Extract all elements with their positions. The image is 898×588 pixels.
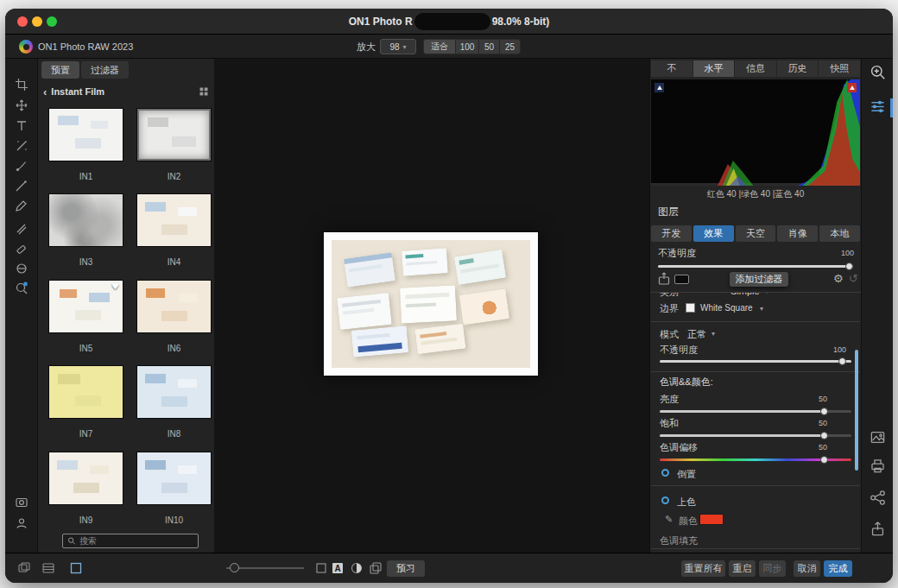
colorize-toggle[interactable] — [661, 496, 669, 504]
masking-brush-tool-icon[interactable] — [15, 179, 28, 193]
search-input[interactable] — [79, 536, 193, 546]
zoom-25-button[interactable]: 25 — [499, 40, 520, 54]
soft-proof-icon[interactable]: A — [331, 561, 345, 575]
layer-mask-thumbnail[interactable] — [674, 275, 689, 284]
tab-local[interactable]: 本地 — [819, 225, 860, 242]
photo-info-icon[interactable] — [870, 429, 886, 446]
tab-filters[interactable]: 过滤器 — [81, 61, 129, 79]
gear-icon[interactable]: ⚙ — [833, 272, 844, 285]
grid-view-icon[interactable] — [199, 86, 209, 97]
reset-all-button[interactable]: 重置所有 — [681, 560, 725, 577]
move-tool-icon[interactable] — [15, 98, 28, 112]
chisel-mask-tool-icon[interactable] — [15, 242, 28, 256]
titlebar: ON1 Photo R 98.0% 8-bit) — [5, 9, 893, 35]
filter-opacity-slider[interactable] — [660, 360, 851, 363]
masking-bug-tool-icon[interactable] — [15, 199, 28, 212]
blur-mask-tool-icon[interactable] — [15, 262, 28, 275]
photo-content — [332, 240, 530, 368]
photo[interactable] — [324, 232, 538, 376]
shadow-clipping-indicator[interactable] — [655, 83, 664, 92]
tab-snapshots[interactable]: 快照 — [819, 60, 860, 77]
blend-mode-value[interactable]: 正常 — [687, 328, 706, 341]
side-by-side-icon[interactable] — [369, 561, 383, 575]
app-window: ON1 Photo R 98.0% 8-bit) ON1 Photo RAW 2… — [5, 9, 893, 583]
printer-icon[interactable] — [870, 458, 886, 474]
zoom-tool-icon[interactable] — [15, 281, 28, 295]
filter-category-value[interactable]: Simple — [730, 293, 760, 296]
preset-label: IN8 — [136, 429, 212, 439]
tab-info[interactable]: 信息 — [735, 60, 776, 77]
healing-brush-tool-icon[interactable] — [15, 139, 28, 153]
compare-contrast-icon[interactable] — [350, 561, 364, 575]
brightness-slider[interactable] — [660, 410, 851, 413]
zoom-100-button[interactable]: 100 — [455, 40, 478, 54]
preset-thumbnail[interactable] — [136, 452, 212, 505]
tab-none[interactable]: 不 — [651, 60, 692, 77]
chevron-down-icon: ▾ — [403, 43, 407, 51]
brightness-label: 亮度 — [660, 393, 679, 406]
done-button[interactable]: 完成 — [824, 560, 852, 577]
add-filter-button[interactable]: 添加过滤器 — [730, 272, 788, 287]
panel-scrollbar[interactable] — [855, 350, 858, 471]
preset-thumbnail[interactable] — [48, 193, 123, 247]
on1-logo-icon — [19, 40, 33, 54]
preview-button[interactable]: 预习 — [387, 560, 425, 577]
preset-thumbnail[interactable] — [48, 365, 123, 419]
hue-shift-slider[interactable] — [660, 458, 851, 461]
layer-opacity-knob[interactable] — [845, 262, 853, 270]
invert-toggle[interactable] — [661, 469, 669, 477]
mask-view-icon[interactable] — [15, 496, 28, 509]
border-value[interactable]: White Square — [700, 303, 753, 313]
tab-sky[interactable]: 天空 — [736, 225, 776, 242]
back-chevron-icon[interactable]: ‹ — [43, 85, 47, 98]
share-nodes-icon[interactable] — [870, 490, 886, 506]
preset-thumbnail[interactable] — [136, 280, 212, 333]
canvas-area[interactable] — [214, 59, 649, 553]
people-view-icon[interactable] — [15, 516, 28, 530]
colorize-color-swatch[interactable] — [699, 514, 724, 525]
text-tool-icon[interactable] — [15, 119, 28, 133]
preset-search[interactable] — [62, 534, 199, 548]
edit-sliders-icon[interactable] — [870, 98, 886, 115]
filmstrip-view-icon[interactable] — [41, 561, 55, 575]
export-icon[interactable] — [870, 521, 886, 537]
preset-thumbnail[interactable] — [136, 193, 212, 247]
highlight-clipping-indicator[interactable] — [847, 83, 857, 92]
reset-button[interactable]: 重启 — [729, 560, 756, 577]
zoom-50-button[interactable]: 50 — [478, 40, 499, 54]
reset-filters-icon[interactable]: ↺ — [849, 272, 858, 285]
hue-shift-knob[interactable] — [820, 456, 828, 464]
saturation-knob[interactable] — [820, 432, 828, 439]
tab-history[interactable]: 历史 — [777, 60, 819, 77]
thumbnail-size-knob[interactable] — [230, 563, 239, 572]
window-title-right: 98.0% 8-bit) — [492, 16, 550, 28]
sync-button[interactable]: 同步 — [759, 560, 786, 577]
saturation-slider[interactable] — [660, 434, 851, 437]
browse-view-icon[interactable] — [17, 561, 31, 575]
tab-presets[interactable]: 预置 — [41, 61, 79, 79]
preset-thumbnail[interactable] — [48, 108, 123, 161]
crop-tool-icon[interactable] — [15, 78, 28, 92]
preset-thumbnail[interactable] — [48, 452, 123, 505]
filter-opacity-knob[interactable] — [838, 357, 846, 365]
layer-opacity-slider[interactable] — [658, 265, 853, 268]
tab-effects[interactable]: 效果 — [693, 225, 734, 242]
navigator-zoom-icon[interactable] — [870, 64, 886, 80]
export-lut-icon[interactable] — [657, 272, 671, 286]
tab-levels[interactable]: 水平 — [693, 60, 735, 77]
cancel-button[interactable]: 取消 — [794, 560, 820, 577]
detail-view-icon[interactable] — [69, 561, 83, 575]
favorite-heart-icon[interactable]: ♥ — [111, 281, 119, 291]
tab-develop[interactable]: 开发 — [651, 225, 692, 242]
zoom-fit-button[interactable]: 适合 — [424, 40, 455, 54]
photo-card — [402, 248, 448, 276]
refine-brush-tool-icon[interactable] — [15, 221, 28, 235]
zoom-value-dropdown[interactable]: 98 ▾ — [380, 39, 416, 54]
preset-thumbnail[interactable]: ♥ — [48, 280, 123, 333]
brightness-knob[interactable] — [820, 408, 828, 415]
paint-brush-tool-icon[interactable] — [15, 159, 28, 173]
preset-thumbnail[interactable] — [136, 108, 212, 161]
tab-portrait[interactable]: 肖像 — [777, 225, 818, 242]
original-view-icon[interactable] — [314, 561, 328, 575]
preset-thumbnail[interactable] — [136, 365, 212, 419]
